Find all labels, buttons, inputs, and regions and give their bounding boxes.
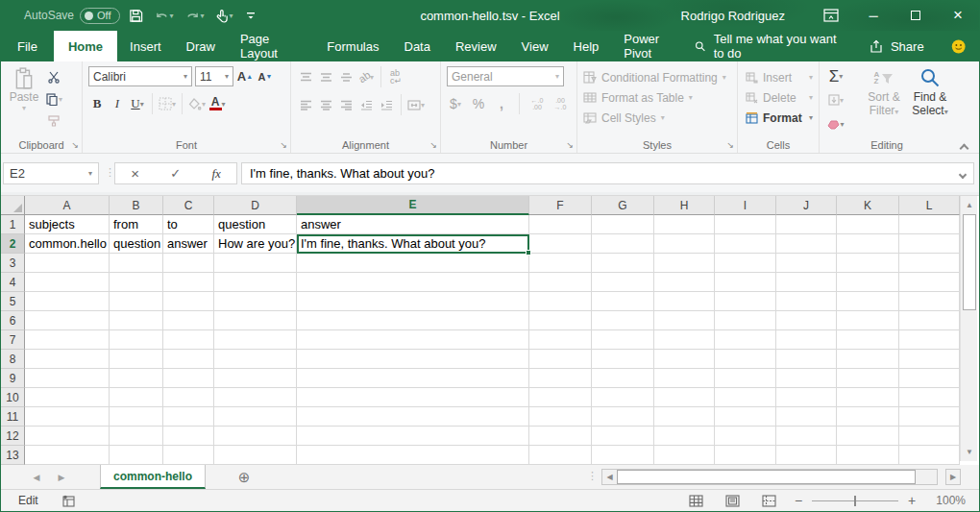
tab-data[interactable]: Data bbox=[392, 31, 443, 61]
cell-A4[interactable] bbox=[25, 273, 110, 292]
cell-C4[interactable] bbox=[163, 273, 214, 292]
tab-power-pivot[interactable]: Power Pivot bbox=[611, 31, 695, 61]
horizontal-scrollbar[interactable]: ◀ bbox=[601, 469, 938, 485]
cell-J5[interactable] bbox=[776, 292, 837, 311]
format-painter-button[interactable] bbox=[45, 111, 62, 131]
underline-button[interactable]: U▾ bbox=[129, 94, 146, 113]
align-bottom-button[interactable] bbox=[337, 67, 355, 86]
cell-E13[interactable] bbox=[297, 446, 529, 465]
cell-C9[interactable] bbox=[163, 369, 214, 388]
cell-C8[interactable] bbox=[163, 350, 214, 369]
cell-J9[interactable] bbox=[776, 369, 837, 388]
maximize-button[interactable] bbox=[894, 0, 937, 31]
grow-font-button[interactable]: A▲ bbox=[236, 67, 254, 86]
cell-I10[interactable] bbox=[715, 388, 776, 407]
align-right-button[interactable] bbox=[337, 95, 355, 114]
horizontal-scroll-thumb[interactable] bbox=[617, 470, 916, 484]
tell-me-search[interactable]: Tell me what you want to do bbox=[695, 32, 865, 61]
enter-button[interactable]: ✓ bbox=[170, 166, 181, 181]
cell-L10[interactable] bbox=[899, 388, 960, 407]
alignment-dialog-launcher[interactable]: ↘ bbox=[429, 140, 437, 150]
cell-L13[interactable] bbox=[899, 446, 960, 465]
cell-L2[interactable] bbox=[899, 234, 960, 254]
cell-C11[interactable] bbox=[163, 407, 214, 427]
cell-D11[interactable] bbox=[214, 407, 297, 427]
cell-I5[interactable] bbox=[715, 292, 776, 311]
row-header-11[interactable]: 11 bbox=[1, 407, 25, 427]
decrease-indent-button[interactable] bbox=[357, 95, 375, 114]
comma-style-button[interactable]: , bbox=[493, 94, 510, 113]
cell-C10[interactable] bbox=[163, 388, 214, 407]
cell-G3[interactable] bbox=[592, 254, 654, 273]
increase-decimal-button[interactable]: ←.0.00 bbox=[528, 94, 546, 113]
cell-J2[interactable] bbox=[776, 234, 837, 254]
normal-view-button[interactable] bbox=[677, 490, 714, 511]
cell-E8[interactable] bbox=[297, 350, 529, 369]
cell-G5[interactable] bbox=[592, 292, 654, 311]
cell-J1[interactable] bbox=[776, 215, 837, 234]
cell-F6[interactable] bbox=[529, 311, 592, 330]
cell-H3[interactable] bbox=[654, 254, 715, 273]
cell-I12[interactable] bbox=[715, 427, 776, 446]
row-header-10[interactable]: 10 bbox=[1, 388, 25, 407]
cell-L1[interactable] bbox=[899, 215, 960, 234]
cell-E1[interactable]: answer bbox=[297, 215, 529, 234]
sheet-nav-next-icon[interactable]: ▶ bbox=[51, 465, 72, 489]
column-header-H[interactable]: H bbox=[654, 196, 715, 215]
tab-file[interactable]: File bbox=[1, 31, 54, 61]
shrink-font-button[interactable]: A▼ bbox=[257, 67, 274, 86]
clipboard-dialog-launcher[interactable]: ↘ bbox=[71, 140, 79, 150]
new-sheet-button[interactable]: ⊕ bbox=[230, 465, 258, 489]
scroll-right-icon[interactable]: ▶ bbox=[945, 469, 961, 485]
cell-F10[interactable] bbox=[529, 388, 592, 407]
cell-D3[interactable] bbox=[214, 254, 297, 273]
cell-E7[interactable] bbox=[297, 330, 529, 350]
cell-C12[interactable] bbox=[163, 427, 214, 446]
cell-C3[interactable] bbox=[163, 254, 214, 273]
share-button[interactable]: Share bbox=[870, 39, 947, 54]
cell-D7[interactable] bbox=[214, 330, 297, 350]
column-header-J[interactable]: J bbox=[776, 196, 837, 215]
sheet-tab-common-hello[interactable]: common-hello bbox=[100, 465, 206, 489]
cell-B11[interactable] bbox=[110, 407, 163, 427]
row-header-12[interactable]: 12 bbox=[1, 427, 25, 446]
cell-B13[interactable] bbox=[110, 446, 163, 465]
cell-A3[interactable] bbox=[25, 254, 110, 273]
cell-G10[interactable] bbox=[592, 388, 654, 407]
cell-C1[interactable]: to bbox=[163, 215, 214, 234]
cell-E10[interactable] bbox=[297, 388, 529, 407]
cell-E2[interactable]: I'm fine, thanks. What about you? bbox=[297, 234, 529, 254]
macro-record-button[interactable] bbox=[61, 495, 76, 507]
cell-E12[interactable] bbox=[297, 427, 529, 446]
cell-B6[interactable] bbox=[110, 311, 163, 330]
cell-D2[interactable]: How are you? bbox=[214, 234, 297, 254]
cell-K11[interactable] bbox=[837, 407, 899, 427]
tabbar-resize-handle[interactable]: ⋮ bbox=[587, 470, 598, 482]
cell-I9[interactable] bbox=[715, 369, 776, 388]
cell-K1[interactable] bbox=[837, 215, 899, 234]
cell-I6[interactable] bbox=[715, 311, 776, 330]
paste-button[interactable]: Paste ▾ bbox=[5, 67, 43, 112]
cell-I11[interactable] bbox=[715, 407, 776, 427]
insert-cells-button[interactable]: Insert▾ bbox=[746, 68, 813, 86]
cell-D10[interactable] bbox=[214, 388, 297, 407]
cell-I13[interactable] bbox=[715, 446, 776, 465]
cell-B3[interactable] bbox=[110, 254, 163, 273]
cell-A8[interactable] bbox=[25, 350, 110, 369]
cell-D13[interactable] bbox=[214, 446, 297, 465]
column-header-L[interactable]: L bbox=[899, 196, 960, 215]
formula-input[interactable]: I'm fine, thanks. What about you? bbox=[241, 162, 974, 184]
cell-E9[interactable] bbox=[297, 369, 529, 388]
cell-I8[interactable] bbox=[715, 350, 776, 369]
cell-E4[interactable] bbox=[297, 273, 529, 292]
cell-K9[interactable] bbox=[837, 369, 899, 388]
cell-D8[interactable] bbox=[214, 350, 297, 369]
decrease-decimal-button[interactable]: .00→.0 bbox=[551, 94, 569, 113]
cell-K2[interactable] bbox=[837, 234, 899, 254]
align-center-button[interactable] bbox=[317, 95, 334, 114]
page-break-preview-button[interactable] bbox=[750, 490, 787, 511]
orientation-button[interactable]: ab▾ bbox=[357, 67, 375, 86]
save-icon[interactable] bbox=[126, 4, 146, 27]
cell-L7[interactable] bbox=[899, 330, 960, 350]
cell-H7[interactable] bbox=[654, 330, 715, 350]
